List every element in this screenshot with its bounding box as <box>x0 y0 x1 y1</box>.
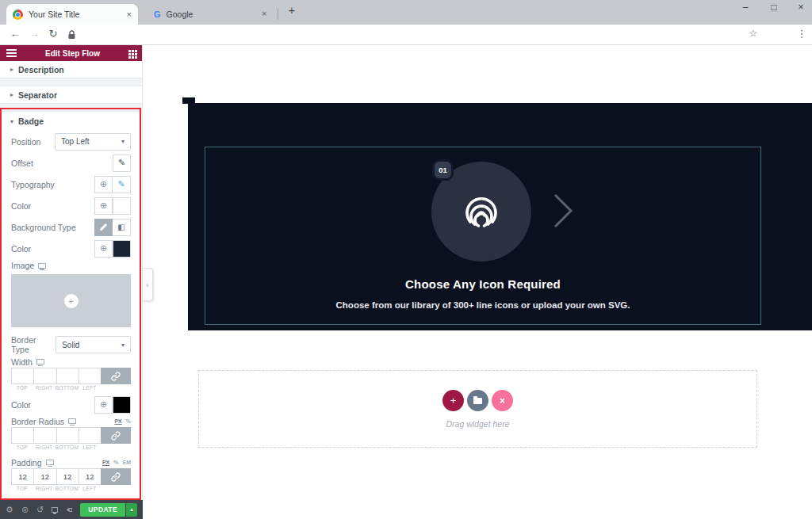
control-background-type: Background Type ◧ <box>0 216 142 238</box>
add-image-icon[interactable]: + <box>64 294 79 308</box>
section-description[interactable]: ▸ Description <box>0 61 142 78</box>
padding-left-input[interactable] <box>79 468 101 485</box>
maximize-button[interactable]: □ <box>766 2 782 13</box>
padding-top-input[interactable] <box>11 468 33 485</box>
globe-icon: ⊕ <box>100 243 107 254</box>
radius-right-input[interactable] <box>33 427 56 444</box>
panel-collapse-handle[interactable]: ‹ <box>143 268 153 301</box>
tab-close-icon[interactable]: × <box>262 9 266 18</box>
navigator-icon[interactable]: ⊚ <box>21 506 29 514</box>
widget-drop-zone[interactable]: + × Drag widget here <box>198 370 757 448</box>
unit-em[interactable]: EM <box>123 460 132 465</box>
update-options-button[interactable]: ▴ <box>126 503 137 517</box>
control-background-color: Color ⊕ <box>0 238 142 259</box>
radius-bottom-input[interactable] <box>56 427 79 444</box>
responsive-monitor-icon[interactable] <box>68 418 76 424</box>
section-separator[interactable]: ▸ Separator <box>0 86 142 104</box>
color-swatch[interactable] <box>113 197 131 215</box>
section-divider <box>0 104 142 112</box>
control-typography: Typography ⊕ ✎ <box>0 174 142 195</box>
chevron-up-icon: ▴ <box>130 506 133 513</box>
color-global-button[interactable]: ⊕ <box>94 240 113 258</box>
template-library-button[interactable] <box>467 390 488 411</box>
browser-menu-icon[interactable]: ⋮ <box>795 28 809 40</box>
link-values-button[interactable] <box>101 368 131 384</box>
widgets-grid-icon[interactable] <box>128 50 131 52</box>
pencil-icon: ✎ <box>118 158 125 168</box>
background-gradient-button[interactable]: ◧ <box>113 219 131 236</box>
control-border-type: Border Type Solid ▾ <box>0 334 142 356</box>
width-right-input[interactable] <box>33 368 56 384</box>
typography-global-button[interactable]: ⊕ <box>94 176 113 193</box>
back-button[interactable]: ← <box>8 28 22 40</box>
editor-panel: Edit Step Flow ▸ Description ▸ Separator… <box>0 45 143 519</box>
bookmark-star-icon[interactable]: ☆ <box>746 28 760 39</box>
link-icon <box>111 472 121 482</box>
section-badge[interactable]: ▾ Badge <box>0 112 142 131</box>
add-section-button[interactable]: + <box>442 390 464 411</box>
brush-icon <box>100 223 108 231</box>
unit-percent[interactable]: % <box>113 460 118 465</box>
drag-cursor-button[interactable]: × <box>492 390 513 411</box>
browser-toolbar: ← → ↻ ☆ ⋮ <box>0 25 812 45</box>
tab-your-site-title[interactable]: Your Site Title × <box>6 4 138 25</box>
preview-eye-icon[interactable] <box>66 506 72 513</box>
color-global-button[interactable]: ⊕ <box>94 197 113 215</box>
responsive-mode-icon[interactable] <box>52 507 58 513</box>
border-type-select[interactable]: Solid ▾ <box>56 336 131 353</box>
padding-right-input[interactable] <box>33 468 56 485</box>
tab-google[interactable]: G Google <box>147 4 273 25</box>
width-bottom-input[interactable] <box>56 368 79 384</box>
radius-left-input[interactable] <box>79 427 101 444</box>
new-tab-button[interactable]: + <box>284 3 300 17</box>
settings-gear-icon[interactable]: ⚙ <box>6 506 13 514</box>
responsive-monitor-icon[interactable] <box>38 263 46 269</box>
background-classic-button[interactable] <box>94 219 113 236</box>
border-radius-sublabels: TOP RIGHT BOTTOM LEFT <box>0 444 142 450</box>
tab-close-icon[interactable]: × <box>127 10 132 19</box>
update-button[interactable]: UPDATE <box>80 503 125 517</box>
responsive-monitor-icon[interactable] <box>36 359 44 364</box>
close-window-button[interactable]: × <box>793 2 809 13</box>
editor-canvas: ‹ 01 Choose Any Icon Required Choose fro… <box>143 45 812 519</box>
drop-zone-hint: Drag widget here <box>199 419 756 429</box>
unit-percent[interactable]: % <box>126 418 131 424</box>
chevron-right-icon: ▸ <box>10 91 13 98</box>
link-values-button[interactable] <box>101 427 131 444</box>
control-image-label: Image <box>0 259 142 272</box>
control-offset: Offset ✎ <box>0 152 142 174</box>
typography-edit-button[interactable]: ✎ <box>113 176 131 193</box>
unit-px[interactable]: PX <box>114 418 121 424</box>
position-select[interactable]: Top Left ▾ <box>55 133 131 151</box>
link-values-button[interactable] <box>101 468 131 485</box>
tab-title: Your Site Title <box>29 10 121 19</box>
browser-titlebar: Your Site Title × G Google × + – □ × <box>0 0 812 25</box>
color-global-button[interactable]: ⊕ <box>94 396 113 414</box>
crossed-arrows-icon: × <box>500 395 505 406</box>
color-swatch[interactable] <box>113 240 131 258</box>
step-flow-section[interactable]: 01 Choose Any Icon Required Choose from … <box>188 103 812 330</box>
gradient-icon: ◧ <box>117 223 124 231</box>
hamburger-menu-icon[interactable] <box>6 49 17 51</box>
step-number-badge: 01 <box>432 159 454 181</box>
unit-px[interactable]: PX <box>102 460 109 465</box>
forward-button[interactable]: → <box>27 28 41 40</box>
minimize-button[interactable]: – <box>737 2 753 13</box>
panel-footer: ⚙ ⊚ ↺ UPDATE ▴ <box>0 500 143 519</box>
width-left-input[interactable] <box>79 368 101 384</box>
reload-button[interactable]: ↻ <box>46 28 60 40</box>
responsive-monitor-icon[interactable] <box>46 460 54 465</box>
step-description: Choose from our library of 300+ line ico… <box>205 300 761 310</box>
width-top-input[interactable] <box>11 368 33 384</box>
image-picker[interactable]: + <box>11 274 131 327</box>
offset-edit-button[interactable]: ✎ <box>113 155 131 172</box>
color-swatch[interactable] <box>113 396 131 414</box>
chevron-down-icon: ▾ <box>121 138 124 145</box>
padding-bottom-input[interactable] <box>56 468 79 485</box>
history-icon[interactable]: ↺ <box>36 506 44 514</box>
border-radius-inputs <box>0 427 142 444</box>
control-padding-label: Padding PX % EM <box>0 456 142 468</box>
link-icon <box>111 431 121 441</box>
radius-top-input[interactable] <box>11 427 33 444</box>
width-inputs <box>0 368 142 384</box>
